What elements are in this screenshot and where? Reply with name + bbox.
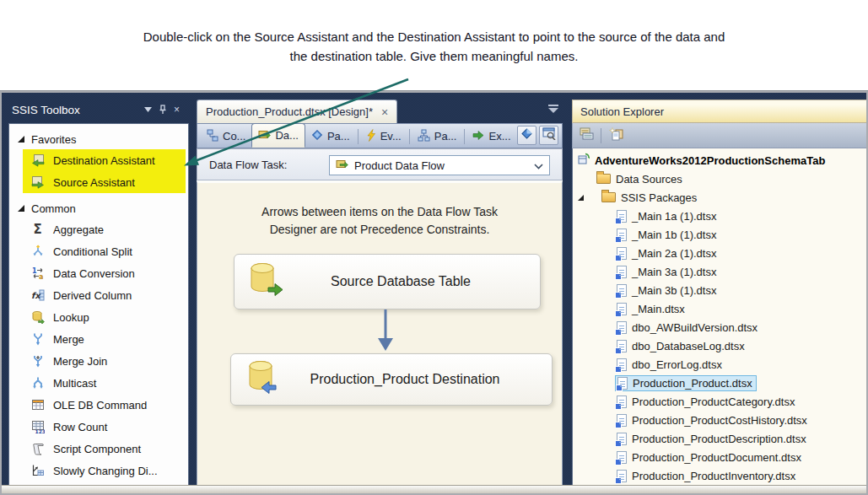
toolbox-item-script-component[interactable]: Script Component <box>23 438 186 460</box>
dtsx-file-icon <box>617 284 627 297</box>
toolbox-item-aggregate[interactable]: Σ Aggregate <box>23 218 186 240</box>
tree-item-package[interactable]: _Main 1a (1).dtsx <box>573 207 868 225</box>
toolbox-item-label: Multicast <box>53 377 96 390</box>
toolbox-item-derived-column[interactable]: fx Derived Column <box>23 284 186 306</box>
tree-item-package[interactable]: _Main 3a (1).dtsx <box>573 262 868 281</box>
solution-explorer-panel: Solution Explorer <box>572 100 868 487</box>
toolbox-item-label: Derived Column <box>53 289 132 302</box>
chevron-down-icon[interactable] <box>534 159 543 172</box>
tree-item-data-sources[interactable]: Data Sources <box>573 169 868 188</box>
tree-item-package[interactable]: Production_ProductCategory.dtsx <box>573 392 868 411</box>
tree-item-package-selected[interactable]: Production_Product.dtsx <box>573 374 868 392</box>
tree-item-package[interactable]: _Main 1b (1).dtsx <box>573 225 868 244</box>
tree-item-package[interactable]: dbo_DatabaseLog.dtsx <box>573 336 868 355</box>
properties-button[interactable] <box>577 126 596 145</box>
toolbox-item-label: Lookup <box>53 311 89 324</box>
tree-item-package[interactable]: Production_ProductDocument.dtsx <box>573 448 868 466</box>
toolbox-group-common[interactable]: Common <box>9 198 188 218</box>
tree-item-package[interactable]: Production_ProductDescription.dtsx <box>573 429 868 448</box>
tree-item-project[interactable]: AdventureWorks2012ProductionSchemaTab <box>573 151 868 169</box>
tab-label: Pa... <box>327 130 350 143</box>
toolbox-item-merge-join[interactable]: Merge Join <box>23 350 186 372</box>
expander-icon <box>18 205 24 212</box>
tab-separator <box>464 129 465 144</box>
dtsx-file-icon <box>617 340 627 352</box>
toolbox-item-multicast[interactable]: Multicast <box>23 372 186 394</box>
tree-item-package[interactable]: _Main 2a (1).dtsx <box>573 244 868 262</box>
tab-package-explorer[interactable]: Pa... <box>412 125 463 148</box>
package-name: _Main 2a (1).dtsx <box>632 247 716 260</box>
tree-item-package[interactable]: Production_ProductInventory.dtsx <box>573 466 868 485</box>
toolbox-item-label: Aggregate <box>53 223 104 236</box>
dtsx-file-icon <box>617 358 627 371</box>
pin-icon[interactable] <box>155 103 170 116</box>
tree-item-package[interactable]: _Main 3b (1).dtsx <box>573 281 868 299</box>
tab-close-icon[interactable]: × <box>381 105 388 119</box>
tab-event-handlers[interactable]: Ev... <box>360 125 407 148</box>
toolbox-item-conditional-split[interactable]: Conditional Split <box>23 240 186 262</box>
tree-item-ssis-packages[interactable]: SSIS Packages <box>573 188 868 207</box>
data-flow-icon <box>336 159 348 172</box>
tree-item-package[interactable]: _Main.dtsx <box>573 299 868 318</box>
toolbox-item-slowly-changing-dimension[interactable]: Slowly Changing Di... <box>23 460 186 482</box>
design-surface[interactable]: Arrows between items on the Data Flow Ta… <box>197 180 563 487</box>
toolbox-item-merge[interactable]: Merge <box>23 328 186 350</box>
toolbox-item-destination-assistant[interactable]: Destination Assistant <box>23 149 186 171</box>
flow-arrow-icon[interactable] <box>376 309 395 355</box>
project-name: AdventureWorks2012ProductionSchemaTab <box>595 154 825 167</box>
dtsx-file-icon <box>617 303 627 315</box>
expander-icon <box>18 136 24 143</box>
toolbox-item-label: Conditional Split <box>53 245 132 258</box>
tree-item-package[interactable]: dbo_ErrorLog.dtsx <box>573 355 868 374</box>
close-icon[interactable]: × <box>170 103 184 116</box>
tab-separator <box>358 129 359 144</box>
visual-studio-window: SSIS Toolbox × Favorites <box>0 91 868 495</box>
zoom-window-button[interactable] <box>539 126 558 145</box>
toolbox-item-row-count[interactable]: 123 Row Count <box>23 416 186 438</box>
tab-data-flow[interactable]: Da... <box>251 123 305 148</box>
toolbox-item-data-conversion[interactable]: 1a Data Conversion <box>23 262 186 284</box>
document-tab[interactable]: Production_Product.dtsx [Design]* × <box>197 100 397 123</box>
selection-highlight: Production_Product.dtsx <box>615 375 757 391</box>
toolbox-item-source-assistant[interactable]: Source Assistant <box>23 171 186 193</box>
toolbox-item-label: Merge <box>53 333 84 346</box>
variables-button[interactable] <box>517 126 536 145</box>
tree-item-package[interactable]: Production_ProductCostHistory.dtsx <box>573 411 868 429</box>
tab-execution-results[interactable]: Ex... <box>466 125 516 148</box>
toolbox-item-lookup[interactable]: Lookup <box>23 306 186 328</box>
toolbox-group-favorites[interactable]: Favorites <box>9 129 188 149</box>
tab-control-flow[interactable]: Co... <box>201 125 251 148</box>
design-surface-note: Arrows between items on the Data Flow Ta… <box>197 203 562 239</box>
destination-flow-box[interactable]: Production_Product Destination <box>230 353 553 406</box>
package-explorer-icon <box>418 129 430 144</box>
destination-assistant-icon <box>30 153 46 168</box>
toolbox-item-label: Source Assistant <box>53 176 135 189</box>
toolbox-item-label: Merge Join <box>53 355 107 368</box>
aggregate-icon: Σ <box>30 223 46 237</box>
toolbox-item-ole-db-command[interactable]: OLE DB Command <box>23 394 186 416</box>
toolbox-item-label: Slowly Changing Di... <box>53 465 158 477</box>
lookup-icon <box>30 310 46 325</box>
expander-icon[interactable] <box>578 195 584 201</box>
solution-explorer-title: Solution Explorer <box>580 105 664 118</box>
tab-label: Ex... <box>488 130 510 143</box>
tree-item-package[interactable]: dbo_AWBuildVersion.dtsx <box>573 318 868 336</box>
screenshot-root: Double-click on the Source Assistant and… <box>0 0 868 495</box>
project-icon <box>577 153 590 168</box>
folder-label: SSIS Packages <box>621 191 697 204</box>
show-all-files-button[interactable] <box>607 126 625 145</box>
document-list-dropdown-icon[interactable] <box>547 105 560 116</box>
slowly-changing-dimension-icon <box>30 464 46 478</box>
window-bottom-bar[interactable] <box>2 485 866 493</box>
chevron-down-icon[interactable] <box>141 103 155 116</box>
combobox-value: Product Data Flow <box>354 159 445 172</box>
ssis-toolbox-titlebar: SSIS Toolbox × <box>8 98 189 121</box>
data-flow-task-combobox[interactable]: Product Data Flow <box>329 155 550 175</box>
folder-label: Data Sources <box>616 173 682 186</box>
source-flow-box[interactable]: Source Database Table <box>234 254 541 309</box>
tab-parameters[interactable]: Pa... <box>305 125 356 148</box>
solution-explorer-tree: AdventureWorks2012ProductionSchemaTab Da… <box>572 148 868 487</box>
script-component-icon <box>30 442 46 456</box>
toolbox-item-label: Destination Assistant <box>53 154 155 167</box>
source-assistant-icon <box>30 175 46 190</box>
